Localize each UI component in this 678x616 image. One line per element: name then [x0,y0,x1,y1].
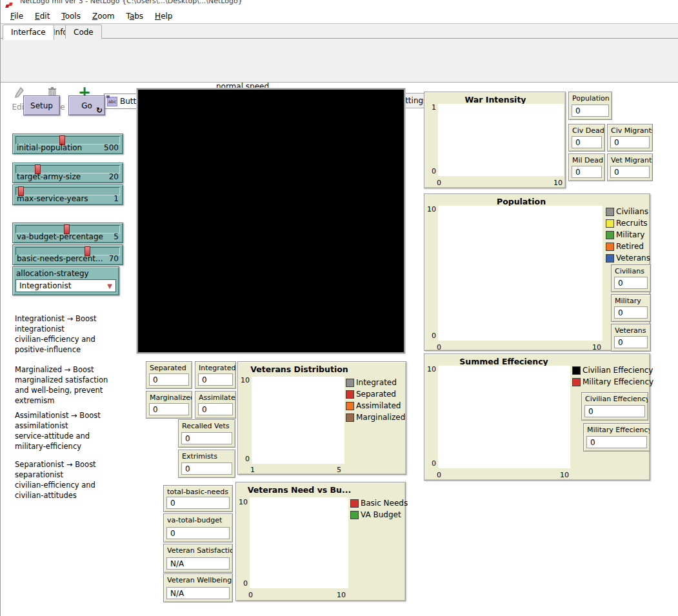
legend-swatch [350,499,359,508]
monitor-value: 0 [166,497,230,509]
monitor-mil-dead: Mil Dead 0 [568,154,605,181]
legend-label: Recruits [616,219,648,228]
monitor-label: Veteran Wellbeing [167,576,232,584]
monitor-civilian-effeciency: Civilian Effeciency 0 [581,392,648,421]
netlogo-window: NetLogo mil ver 3 - NetLogo {C:\Users\..… [0,0,678,616]
chooser-value: Integrationist [19,281,71,290]
menu-tools[interactable]: Tools [55,10,86,23]
legend-swatch [606,208,614,216]
setup-button[interactable]: Setup [23,95,60,115]
legend-label: Basic Needs [361,499,408,508]
monitor-assimilated: Assimilated 0 [195,391,236,419]
legend-swatch [606,243,614,251]
slider-value: 1 [114,194,119,203]
slider-basic-needs-percent[interactable]: basic-needs-percent...70 [12,244,123,265]
monitor-military: Military 0 [611,294,651,322]
y-axis-max: 10 [426,205,436,214]
monitor-value: 0 [149,403,189,415]
monitor-value: 0 [181,432,232,444]
chooser-select[interactable]: Integrationist ▼ [15,279,116,292]
x-axis-max: 10 [553,179,563,187]
plot-legend: Civilian Effeciency Military Effeciency [572,364,653,388]
slider-label: target-army-size [17,172,81,181]
monitor-label: Integrated [199,364,235,372]
plot-canvas [252,377,344,464]
menu-edit[interactable]: Edit [29,10,55,23]
slider-va-budget-percentage[interactable]: va-budget-percentage5 [12,223,123,243]
legend-swatch [346,390,354,399]
note-integrationist: Integrationist → Boost integrationist ci… [15,313,123,355]
slider-value: 500 [104,143,119,152]
y-axis-min: 0 [426,459,436,468]
monitor-label: Assimilated [199,393,235,402]
plot-canvas [438,366,570,468]
slider-label: max-service-years [17,194,88,203]
monitor-veteran-satisfaction: Veteran Satisfaction N/A [163,544,233,573]
chooser-label: allocation-strategy [16,269,119,278]
monitor-military-effeciency: Military Effeciency 0 [583,423,650,452]
monitor-value: 0 [614,277,648,289]
tab-strip: Interface Info Code [1,23,678,39]
legend-label: Military [616,230,644,239]
monitor-label: Civilians [615,267,650,275]
legend-label: Integrated [356,378,397,387]
monitor-label: Vet Migrants [611,156,652,164]
note-assimilationist: Assimilationist → Boost assimilationist … [15,410,123,452]
monitor-value: 0 [198,373,233,386]
abc-widget-icon: abc [107,97,117,106]
monitor-value: 0 [149,373,189,386]
monitor-recalled-vets: Recalled Vets 0 [178,419,235,448]
monitor-value: N/A [166,587,230,599]
x-axis-min: 0 [437,343,441,352]
slider-value: 5 [114,232,119,241]
monitor-value: 0 [572,136,602,148]
window-title: NetLogo mil ver 3 - NetLogo {C:\Users\..… [20,0,243,5]
go-button[interactable]: Go ↻ [68,95,105,115]
monitor-value: 0 [198,403,233,415]
legend-label: Civilians [616,207,648,216]
legend-label: Civilian Effeciency [583,366,653,375]
menu-zoom[interactable]: Zoom [86,10,121,23]
plot-title: Summed Effeciency [424,357,583,366]
slider-max-service-years[interactable]: max-service-years1 [12,184,123,205]
plot-canvas [438,104,564,176]
y-axis-max: 1 [426,103,436,112]
chooser-allocation-strategy[interactable]: allocation-strategy Integrationist ▼ [12,266,119,295]
monitor-va-total-budget: va-total-budget 0 [163,513,233,542]
legend-label: Separated [356,390,396,399]
slider-target-army-size[interactable]: target-army-size20 [12,163,123,183]
menu-file[interactable]: File [5,10,29,23]
y-axis-min: 0 [426,332,436,340]
monitor-label: Veterans [615,326,650,335]
setup-button-label: Setup [30,101,53,110]
legend-swatch [606,219,614,228]
y-axis-min: 0 [426,167,436,175]
monitor-value: N/A [166,557,230,570]
monitor-civ-dead: Civ Dead 0 [568,124,605,152]
monitor-value: 0 [614,336,648,348]
legend-swatch [606,254,614,263]
monitor-value: 0 [610,136,650,148]
plot-legend: Civilians Recruits Military Retired Vete… [606,206,650,264]
legend-swatch [346,379,354,387]
monitor-total-basic-needs: total-basic-needs 0 [163,485,233,512]
y-axis-min: 0 [237,579,248,588]
y-axis-min: 0 [239,455,250,463]
legend-swatch [350,511,359,519]
plot-legend: Basic Needs VA Budget [350,497,408,521]
forever-icon: ↻ [96,107,103,114]
x-axis-max: 10 [560,471,569,479]
monitor-label: Marginalized [150,393,192,402]
tab-code[interactable]: Code [65,25,102,39]
x-axis-min: 0 [248,591,253,599]
monitor-value: 0 [586,436,647,448]
x-axis-min: 0 [437,179,441,187]
legend-swatch [346,413,354,422]
menu-tabs[interactable]: Tabs [121,10,150,23]
slider-value: 20 [109,172,119,181]
slider-initial-population[interactable]: initial-population500 [12,134,123,154]
plot-canvas [438,206,603,341]
menu-help[interactable]: Help [149,10,178,23]
legend-label: Marginalized [356,413,405,422]
tab-interface[interactable]: Interface [3,25,54,40]
